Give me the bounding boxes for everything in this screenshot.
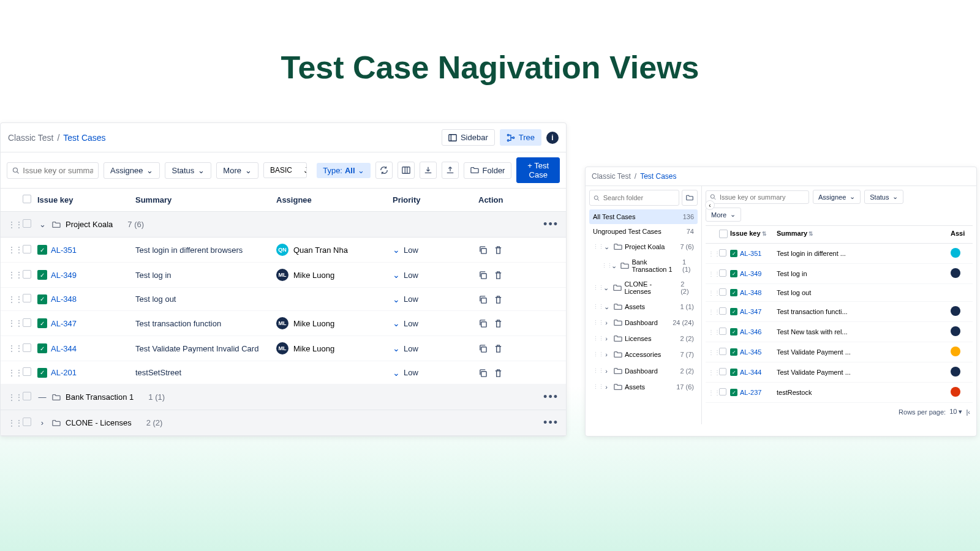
info-icon[interactable]: i xyxy=(546,132,559,144)
delete-button[interactable] xyxy=(494,294,503,304)
folder-group[interactable]: ⋮⋮ — Bank Transaction 1 1 (1) ••• xyxy=(1,384,566,410)
group-checkbox[interactable] xyxy=(23,219,31,228)
drag-handle-icon[interactable]: ⋮⋮ xyxy=(708,349,719,356)
tree-ungrouped[interactable]: Ungrouped Test Cases74 xyxy=(589,224,698,239)
more-filter[interactable]: More ⌄ xyxy=(216,162,258,179)
issue-key-link[interactable]: AL-347 xyxy=(740,308,761,315)
drag-handle-icon[interactable]: ⋮⋮ xyxy=(8,295,23,304)
drag-handle-icon[interactable]: ⋮⋮ xyxy=(708,290,719,296)
col-assignee[interactable]: Assi xyxy=(951,230,970,239)
more-actions-icon[interactable]: ••• xyxy=(543,416,559,429)
chevron-right-icon[interactable]: › xyxy=(601,367,611,375)
list-item[interactable]: ⋮⋮ ✓AL-345 Test Validate Payment ... xyxy=(706,342,973,362)
drag-handle-icon[interactable]: ⋮⋮ xyxy=(593,285,599,291)
table-row[interactable]: ⋮⋮ ✓AL-348 Test log out ⌄Low xyxy=(1,288,566,311)
row-checkbox[interactable] xyxy=(719,328,726,335)
tree-all-test-cases[interactable]: All Test Cases136 xyxy=(589,209,698,224)
drag-handle-icon[interactable]: ⋮⋮ xyxy=(8,246,23,254)
breadcrumb-project[interactable]: Classic Test xyxy=(592,172,631,181)
col-assignee[interactable]: Assignee xyxy=(276,195,393,204)
tree-folder-item[interactable]: ⋮⋮⌄Assets1 (1) xyxy=(589,299,698,315)
col-priority[interactable]: Priority xyxy=(393,195,478,204)
drag-handle-icon[interactable]: ⋮⋮ xyxy=(8,220,23,229)
drag-handle-icon[interactable]: ⋮⋮ xyxy=(593,304,599,310)
folder-group[interactable]: ⋮⋮ ⌄ Project Koala 7 (6) ••• xyxy=(1,212,566,238)
assignee-filter[interactable]: Assignee ⌄ xyxy=(104,162,160,179)
tree-folder-item[interactable]: ⋮⋮›Dashboard24 (24) xyxy=(589,315,698,331)
download-button[interactable] xyxy=(420,162,437,179)
copy-button[interactable] xyxy=(478,245,488,255)
tree-folder-item[interactable]: ⋮⋮›Assets17 (6) xyxy=(589,379,698,395)
collapse-tree-button[interactable]: ‹ xyxy=(705,200,715,210)
drag-handle-icon[interactable]: ⋮⋮ xyxy=(8,393,23,402)
table-row[interactable]: ⋮⋮ ✓AL-344 Test Validate Payment Invalid… xyxy=(1,336,566,361)
status-filter[interactable]: Status ⌄ xyxy=(165,162,211,179)
list-item[interactable]: ⋮⋮ ✓AL-346 Test New task with rel... xyxy=(706,322,973,342)
copy-button[interactable] xyxy=(478,367,488,377)
more-actions-icon[interactable]: ••• xyxy=(543,218,559,231)
drag-handle-icon[interactable]: ⋮⋮ xyxy=(593,384,599,390)
sidebar-view-button[interactable]: Sidebar xyxy=(442,129,495,146)
issue-key-link[interactable]: AL-351 xyxy=(740,250,761,257)
issue-key-link[interactable]: AL-348 xyxy=(740,289,761,296)
drag-handle-icon[interactable]: ⋮⋮ xyxy=(593,368,599,374)
add-folder-button[interactable] xyxy=(682,190,698,206)
breadcrumb-current[interactable]: Test Cases xyxy=(640,172,676,181)
delete-button[interactable] xyxy=(494,367,503,377)
row-checkbox[interactable] xyxy=(23,343,31,352)
list-item[interactable]: ⋮⋮ ✓AL-344 Test Validate Payment ... xyxy=(706,362,973,383)
search-input[interactable] xyxy=(7,162,99,179)
table-row[interactable]: ⋮⋮ ✓AL-349 Test log in MLMike Luong ⌄Low xyxy=(1,263,566,288)
breadcrumb-current[interactable]: Test Cases xyxy=(63,133,105,143)
jql-mode[interactable]: JQL xyxy=(298,163,307,178)
table-row[interactable]: ⋮⋮ ✓AL-201 testSetStreet ⌄Low xyxy=(1,361,566,384)
tree-view-button[interactable]: Tree xyxy=(500,129,541,146)
drag-handle-icon[interactable]: ⋮⋮ xyxy=(8,319,23,328)
list-item[interactable]: ⋮⋮ ✓AL-349 Test log in xyxy=(706,264,973,284)
issue-key-link[interactable]: AL-345 xyxy=(740,348,761,356)
list-item[interactable]: ⋮⋮ ✓AL-351 Test login in different ... xyxy=(706,244,973,264)
drag-handle-icon[interactable]: ⋮⋮ xyxy=(593,351,599,358)
issue-key-link[interactable]: AL-349 xyxy=(51,271,77,280)
chevron-down-icon[interactable]: ⌄ xyxy=(601,303,611,311)
col-issue-key[interactable]: Issue key xyxy=(37,195,135,204)
row-checkbox[interactable] xyxy=(719,307,726,315)
delete-button[interactable] xyxy=(494,343,503,353)
row-checkbox[interactable] xyxy=(23,367,31,376)
drag-handle-icon[interactable]: ⋮⋮ xyxy=(8,419,23,427)
breadcrumb-project[interactable]: Classic Test xyxy=(8,133,53,143)
copy-button[interactable] xyxy=(478,270,488,280)
drag-handle-icon[interactable]: ⋮⋮ xyxy=(8,271,23,279)
row-checkbox[interactable] xyxy=(23,294,31,302)
issue-key-link[interactable]: AL-348 xyxy=(51,294,77,304)
copy-button[interactable] xyxy=(478,318,488,328)
upload-button[interactable] xyxy=(442,162,459,179)
col-summary[interactable]: Summary xyxy=(135,195,276,204)
chevron-down-icon[interactable]: ⌄ xyxy=(37,220,47,229)
drag-handle-icon[interactable]: ⋮⋮ xyxy=(708,389,719,396)
list-item[interactable]: ⋮⋮ ✓AL-347 Test transaction functi... xyxy=(706,302,973,322)
drag-handle-icon[interactable]: ⋮⋮ xyxy=(708,250,719,257)
pager-first[interactable]: |‹ xyxy=(966,408,970,416)
col-summary[interactable]: Summary⇅ xyxy=(777,230,951,239)
status-filter[interactable]: Status ⌄ xyxy=(864,190,903,204)
chevron-right-icon[interactable]: › xyxy=(601,319,611,326)
row-checkbox[interactable] xyxy=(719,368,726,375)
chevron-right-icon[interactable]: — xyxy=(37,392,47,402)
group-checkbox[interactable] xyxy=(23,418,31,426)
drag-handle-icon[interactable]: ⋮⋮ xyxy=(8,369,23,377)
rows-per-page-value[interactable]: 10 ▾ xyxy=(949,408,962,416)
table-row[interactable]: ⋮⋮ ✓AL-351 Test login in different brows… xyxy=(1,238,566,263)
delete-button[interactable] xyxy=(494,245,503,255)
tree-folder-item[interactable]: ⋮⋮›Dashboard2 (2) xyxy=(589,362,698,378)
chevron-down-icon[interactable]: ⌄ xyxy=(610,262,618,270)
query-mode-toggle[interactable]: BASIC JQL xyxy=(263,162,307,178)
drag-handle-icon[interactable]: ⋮⋮ xyxy=(708,309,719,315)
issue-key-link[interactable]: AL-201 xyxy=(51,368,77,377)
drag-handle-icon[interactable]: ⋮⋮ xyxy=(708,271,719,277)
refresh-button[interactable] xyxy=(375,162,393,179)
delete-button[interactable] xyxy=(494,318,503,328)
table-row[interactable]: ⋮⋮ ✓AL-347 Test transaction function MLM… xyxy=(1,311,566,336)
row-checkbox[interactable] xyxy=(719,249,726,257)
tree-folder-item[interactable]: ⋮⋮›Licenses2 (2) xyxy=(589,331,698,347)
